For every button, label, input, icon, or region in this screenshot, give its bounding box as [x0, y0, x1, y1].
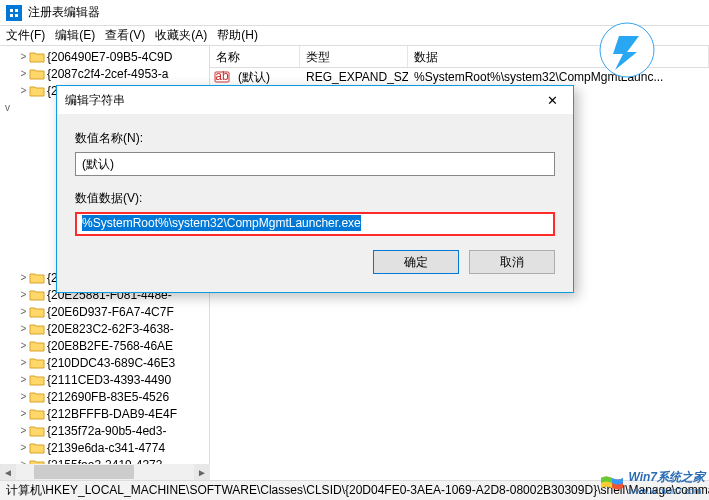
- folder-icon: [29, 407, 45, 421]
- tree-item[interactable]: >{2135f72a-90b5-4ed3-: [2, 422, 207, 439]
- value-name-input[interactable]: (默认): [75, 152, 555, 176]
- chevron-icon[interactable]: >: [18, 357, 29, 368]
- dialog-body: 数值名称(N): (默认) 数值数据(V): %SystemRoot%\syst…: [57, 114, 573, 292]
- cell-name: (默认): [232, 69, 300, 86]
- col-type[interactable]: 类型: [300, 46, 408, 67]
- tree-item[interactable]: >{212690FB-83E5-4526: [2, 388, 207, 405]
- menu-file[interactable]: 文件(F): [6, 27, 45, 44]
- folder-icon: [29, 288, 45, 302]
- watermark: Win7系统之家 www.winwin7.com: [600, 469, 705, 496]
- watermark-url: www.winwin7.com: [628, 486, 705, 496]
- folder-icon: [29, 305, 45, 319]
- folder-icon: [29, 84, 45, 98]
- folder-icon: [29, 50, 45, 64]
- chevron-icon[interactable]: >: [18, 391, 29, 402]
- chevron-icon[interactable]: >: [18, 340, 29, 351]
- cancel-button[interactable]: 取消: [469, 250, 555, 274]
- svg-rect-2: [15, 9, 18, 12]
- svg-rect-3: [10, 14, 13, 17]
- svg-rect-4: [15, 14, 18, 17]
- folder-icon: [29, 390, 45, 404]
- windows-logo-icon: [600, 474, 624, 492]
- tree-item-label: {2139e6da-c341-4774: [47, 441, 165, 455]
- app-icon: [6, 5, 22, 21]
- tree-item-label: {20E823C2-62F3-4638-: [47, 322, 174, 336]
- folder-icon: [29, 339, 45, 353]
- value-name-label: 数值名称(N):: [75, 130, 555, 147]
- thunder-download-icon[interactable]: [599, 22, 655, 78]
- tree-item-label: {212690FB-83E5-4526: [47, 390, 169, 404]
- scroll-right-arrow[interactable]: ►: [194, 464, 210, 480]
- tree-item-label: {210DDC43-689C-46E3: [47, 356, 175, 370]
- menu-help[interactable]: 帮助(H): [217, 27, 258, 44]
- folder-icon: [29, 67, 45, 81]
- tree-item[interactable]: >{20E6D937-F6A7-4C7F: [2, 303, 207, 320]
- folder-icon: [29, 373, 45, 387]
- edit-string-dialog: 编辑字符串 ✕ 数值名称(N): (默认) 数值数据(V): %SystemRo…: [56, 85, 574, 293]
- tree-item-label: {2111CED3-4393-4490: [47, 373, 171, 387]
- dialog-title: 编辑字符串: [65, 92, 125, 109]
- folder-icon: [29, 356, 45, 370]
- value-data-input[interactable]: %SystemRoot%\system32\CompMgmtLauncher.e…: [75, 212, 555, 236]
- tree-item-label: {212BFFFB-DAB9-4E4F: [47, 407, 177, 421]
- chevron-icon[interactable]: >: [18, 323, 29, 334]
- dialog-close-button[interactable]: ✕: [539, 90, 565, 110]
- menu-view[interactable]: 查看(V): [105, 27, 145, 44]
- ok-button[interactable]: 确定: [373, 250, 459, 274]
- tree-horizontal-scrollbar[interactable]: ◄ ►: [0, 464, 210, 480]
- string-value-icon: ab: [214, 69, 230, 85]
- menu-edit[interactable]: 编辑(E): [55, 27, 95, 44]
- chevron-icon[interactable]: >: [18, 289, 29, 300]
- tree-item[interactable]: >{2087c2f4-2cef-4953-a: [2, 65, 207, 82]
- scroll-left-arrow[interactable]: ◄: [0, 464, 16, 480]
- tree-item[interactable]: >{212BFFFB-DAB9-4E4F: [2, 405, 207, 422]
- tree-item[interactable]: >{20E823C2-62F3-4638-: [2, 320, 207, 337]
- chevron-icon[interactable]: >: [18, 51, 29, 62]
- chevron-icon[interactable]: >: [18, 374, 29, 385]
- tree-item-label: {20E6D937-F6A7-4C7F: [47, 305, 174, 319]
- tree-item-label: {20E8B2FE-7568-46AE: [47, 339, 173, 353]
- tree-item[interactable]: >{20E8B2FE-7568-46AE: [2, 337, 207, 354]
- svg-rect-1: [10, 9, 13, 12]
- tree-item[interactable]: >{210DDC43-689C-46E3: [2, 354, 207, 371]
- chevron-icon[interactable]: >: [18, 272, 29, 283]
- chevron-icon[interactable]: >: [18, 442, 29, 453]
- col-name[interactable]: 名称: [210, 46, 300, 67]
- tree-item[interactable]: >{2111CED3-4393-4490: [2, 371, 207, 388]
- cell-data: %SystemRoot%\system32\CompMgmtLaunc...: [408, 70, 709, 84]
- folder-icon: [29, 271, 45, 285]
- watermark-text: Win7系统之家: [628, 469, 705, 486]
- tree-item-label: {206490E7-09B5-4C9D: [47, 50, 172, 64]
- tree-item-label: {2087c2f4-2cef-4953-a: [47, 67, 168, 81]
- chevron-icon[interactable]: v: [2, 102, 13, 113]
- svg-text:ab: ab: [215, 69, 229, 83]
- chevron-icon[interactable]: >: [18, 425, 29, 436]
- tree-item[interactable]: >{2139e6da-c341-4774: [2, 439, 207, 456]
- tree-item[interactable]: >{206490E7-09B5-4C9D: [2, 48, 207, 65]
- scroll-thumb[interactable]: [34, 465, 134, 479]
- col-data[interactable]: 数据: [408, 46, 709, 67]
- cell-type: REG_EXPAND_SZ: [300, 70, 408, 84]
- dialog-titlebar[interactable]: 编辑字符串 ✕: [57, 86, 573, 114]
- chevron-icon[interactable]: >: [18, 306, 29, 317]
- dialog-buttons: 确定 取消: [75, 250, 555, 274]
- chevron-icon[interactable]: >: [18, 408, 29, 419]
- chevron-icon[interactable]: >: [18, 85, 29, 96]
- window-title: 注册表编辑器: [28, 4, 100, 21]
- svg-rect-0: [8, 7, 20, 19]
- folder-icon: [29, 322, 45, 336]
- folder-icon: [29, 441, 45, 455]
- menu-favorites[interactable]: 收藏夹(A): [155, 27, 207, 44]
- value-data-label: 数值数据(V):: [75, 190, 555, 207]
- folder-icon: [29, 424, 45, 438]
- tree-item-label: {2135f72a-90b5-4ed3-: [47, 424, 166, 438]
- chevron-icon[interactable]: >: [18, 68, 29, 79]
